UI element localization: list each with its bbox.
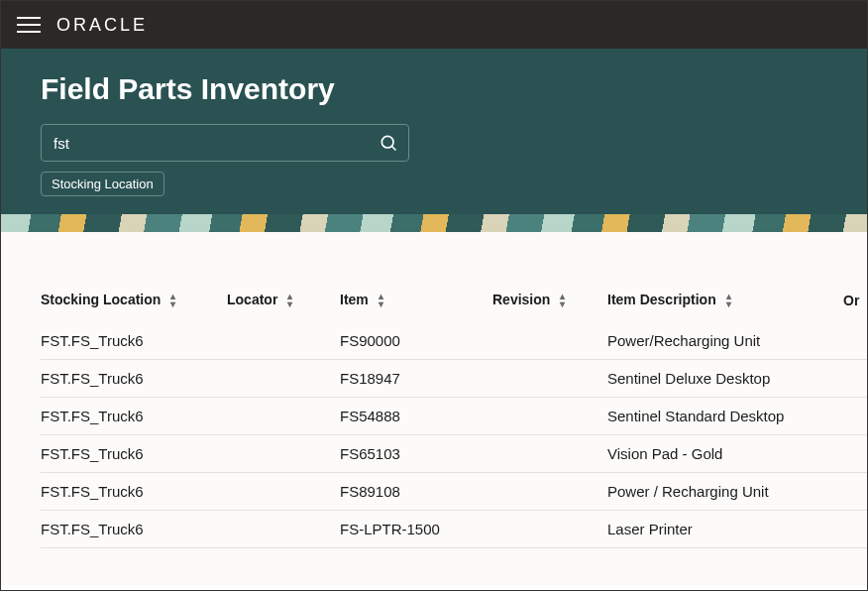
cell-revision xyxy=(492,435,607,473)
cell-item: FS89108 xyxy=(340,473,492,511)
cell-revision xyxy=(492,322,607,360)
cell-stocking-location: FST.FS_Truck6 xyxy=(41,511,227,548)
cell-locator xyxy=(227,473,340,511)
table-container: Stocking Location ▴▾ Locator ▴▾ Item ▴▾ … xyxy=(1,232,867,585)
cell-revision xyxy=(492,473,607,511)
cell-item: FS90000 xyxy=(340,322,492,360)
inventory-table: Stocking Location ▴▾ Locator ▴▾ Item ▴▾ … xyxy=(41,292,867,548)
cell-order xyxy=(843,511,867,548)
search-icon[interactable] xyxy=(379,133,398,153)
cell-stocking-location: FST.FS_Truck6 xyxy=(41,322,227,360)
cell-stocking-location: FST.FS_Truck6 xyxy=(41,473,227,511)
top-bar: ORACLE xyxy=(1,1,867,49)
page-title: Field Parts Inventory xyxy=(41,72,827,106)
col-order-partial[interactable]: Or xyxy=(843,292,867,322)
col-revision[interactable]: Revision ▴▾ xyxy=(492,292,607,322)
cell-stocking-location: FST.FS_Truck6 xyxy=(41,398,227,435)
cell-item-description: Sentinel Standard Desktop xyxy=(607,398,843,435)
col-label: Stocking Location xyxy=(41,292,161,307)
menu-icon[interactable] xyxy=(17,13,41,37)
cell-order xyxy=(843,322,867,360)
col-locator[interactable]: Locator ▴▾ xyxy=(227,292,340,322)
decorative-strip xyxy=(1,214,867,232)
brand-logo: ORACLE xyxy=(56,15,148,36)
cell-order xyxy=(843,398,867,435)
cell-order xyxy=(843,435,867,473)
svg-point-0 xyxy=(381,136,393,148)
cell-locator xyxy=(227,435,340,473)
cell-order xyxy=(843,360,867,398)
filter-chip-stocking-location[interactable]: Stocking Location xyxy=(41,172,164,196)
table-row[interactable]: FST.FS_Truck6FS89108Power / Recharging U… xyxy=(41,473,867,511)
header-panel: Field Parts Inventory Stocking Location xyxy=(1,49,867,214)
search-box[interactable] xyxy=(41,124,409,162)
col-label: Item xyxy=(340,292,369,307)
col-item[interactable]: Item ▴▾ xyxy=(340,292,492,322)
cell-item-description: Power / Recharging Unit xyxy=(607,473,843,511)
cell-locator xyxy=(227,322,340,360)
cell-item-description: Power/Recharging Unit xyxy=(607,322,843,360)
cell-item: FS-LPTR-1500 xyxy=(340,511,492,548)
col-label: Item Description xyxy=(607,292,716,307)
table-row[interactable]: FST.FS_Truck6FS65103Vision Pad - Gold xyxy=(41,435,867,473)
cell-item: FS18947 xyxy=(340,360,492,398)
col-label: Locator xyxy=(227,292,277,307)
search-input[interactable] xyxy=(54,135,379,152)
sort-icon[interactable]: ▴▾ xyxy=(170,293,175,308)
cell-item: FS65103 xyxy=(340,435,492,473)
cell-locator xyxy=(227,511,340,548)
col-label: Or xyxy=(843,293,859,308)
cell-locator xyxy=(227,360,340,398)
cell-stocking-location: FST.FS_Truck6 xyxy=(41,435,227,473)
cell-stocking-location: FST.FS_Truck6 xyxy=(41,360,227,398)
cell-order xyxy=(843,473,867,511)
svg-line-1 xyxy=(392,147,396,151)
cell-item-description: Laser Printer xyxy=(607,511,843,548)
sort-icon[interactable]: ▴▾ xyxy=(287,293,292,308)
sort-icon[interactable]: ▴▾ xyxy=(726,293,731,308)
cell-locator xyxy=(227,398,340,435)
cell-item-description: Sentinel Deluxe Desktop xyxy=(607,360,843,398)
col-stocking-location[interactable]: Stocking Location ▴▾ xyxy=(41,292,227,322)
col-item-description[interactable]: Item Description ▴▾ xyxy=(607,292,843,322)
cell-revision xyxy=(492,398,607,435)
table-row[interactable]: FST.FS_Truck6FS-LPTR-1500Laser Printer xyxy=(41,511,867,548)
table-row[interactable]: FST.FS_Truck6FS90000Power/Recharging Uni… xyxy=(41,322,867,360)
table-row[interactable]: FST.FS_Truck6FS54888Sentinel Standard De… xyxy=(41,398,867,435)
cell-item: FS54888 xyxy=(340,398,492,435)
sort-icon[interactable]: ▴▾ xyxy=(379,293,383,308)
table-row[interactable]: FST.FS_Truck6FS18947Sentinel Deluxe Desk… xyxy=(41,360,867,398)
table-header-row: Stocking Location ▴▾ Locator ▴▾ Item ▴▾ … xyxy=(41,292,867,322)
cell-revision xyxy=(492,511,607,548)
cell-item-description: Vision Pad - Gold xyxy=(607,435,843,473)
sort-icon[interactable]: ▴▾ xyxy=(560,293,565,308)
col-label: Revision xyxy=(492,292,550,307)
cell-revision xyxy=(492,360,607,398)
